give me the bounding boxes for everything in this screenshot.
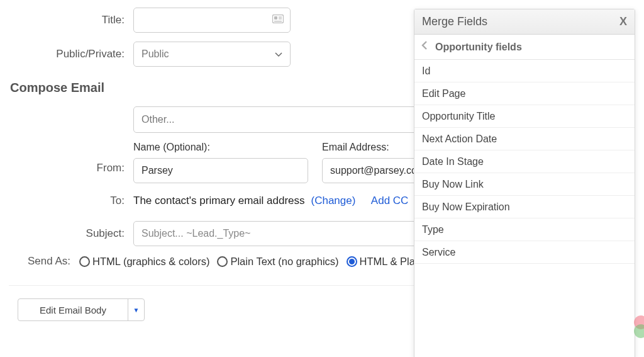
badge-icon: [272, 14, 284, 26]
sendas-html[interactable]: HTML (graphics & colors): [79, 256, 209, 268]
to-text: The contact's primary email address: [133, 195, 305, 207]
merge-item[interactable]: Id: [414, 60, 635, 82]
sendas-label: Send As:: [9, 255, 79, 268]
from-name-col: Name (Optional):: [133, 142, 308, 183]
svg-rect-4: [274, 21, 282, 21]
svg-rect-2: [279, 17, 282, 18]
merge-item[interactable]: Date In Stage: [414, 150, 635, 173]
from-name-field[interactable]: [142, 165, 300, 176]
merge-field-list: Id Edit Page Opportunity Title Next Acti…: [414, 60, 635, 264]
radio-icon[interactable]: [217, 256, 228, 267]
privacy-label: Public/Private:: [9, 48, 133, 60]
privacy-value: Public: [142, 48, 169, 60]
merge-panel-header: Merge Fields X: [414, 9, 635, 35]
sendas-plain[interactable]: Plain Text (no graphics): [217, 256, 338, 268]
decorative-bubbles: [634, 320, 644, 338]
radio-icon[interactable]: [79, 256, 90, 267]
merge-item[interactable]: Next Action Date: [414, 128, 635, 150]
title-input[interactable]: [133, 8, 291, 33]
from-label: From:: [9, 142, 133, 174]
edit-body-label: Edit Email Body: [18, 299, 128, 320]
subject-label: Subject:: [9, 227, 133, 240]
edit-body-dropdown[interactable]: ▼: [128, 299, 144, 320]
merge-item[interactable]: Service: [414, 241, 635, 264]
back-icon[interactable]: [421, 40, 428, 54]
merge-item[interactable]: Opportunity Title: [414, 105, 635, 128]
to-label: To:: [9, 195, 133, 207]
sendas-both[interactable]: HTML & Plain: [347, 256, 423, 268]
name-sublabel: Name (Optional):: [133, 142, 308, 153]
merge-item[interactable]: Buy Now Expiration: [414, 196, 635, 218]
merge-empty-area: [414, 264, 635, 357]
edit-email-body-button[interactable]: Edit Email Body ▼: [18, 298, 145, 321]
sendas-radio-group: HTML (graphics & colors) Plain Text (no …: [79, 256, 423, 268]
from-name-input[interactable]: [133, 158, 308, 183]
merge-subheader-title: Opportunity fields: [435, 42, 522, 53]
merge-item[interactable]: Edit Page: [414, 82, 635, 105]
bubble-icon: [634, 324, 644, 338]
change-link[interactable]: (Change): [311, 195, 356, 207]
other-value: Other...: [142, 114, 174, 125]
merge-panel-title: Merge Fields: [422, 15, 487, 28]
svg-rect-3: [279, 18, 282, 19]
svg-rect-1: [274, 16, 277, 20]
sendas-plain-label: Plain Text (no graphics): [230, 256, 338, 268]
radio-icon[interactable]: [347, 256, 357, 267]
chevron-down-icon: [275, 48, 282, 60]
merge-panel-subheader: Opportunity fields: [414, 35, 635, 60]
privacy-select[interactable]: Public: [133, 42, 291, 67]
merge-item[interactable]: Type: [414, 218, 635, 241]
merge-fields-panel: Merge Fields X Opportunity fields Id Edi…: [414, 9, 635, 357]
add-cc-link[interactable]: Add CC: [371, 195, 409, 207]
merge-item[interactable]: Buy Now Link: [414, 173, 635, 196]
close-icon[interactable]: X: [619, 15, 627, 28]
title-label: Title:: [9, 14, 133, 26]
sendas-html-label: HTML (graphics & colors): [92, 256, 209, 268]
title-field[interactable]: [142, 14, 282, 26]
